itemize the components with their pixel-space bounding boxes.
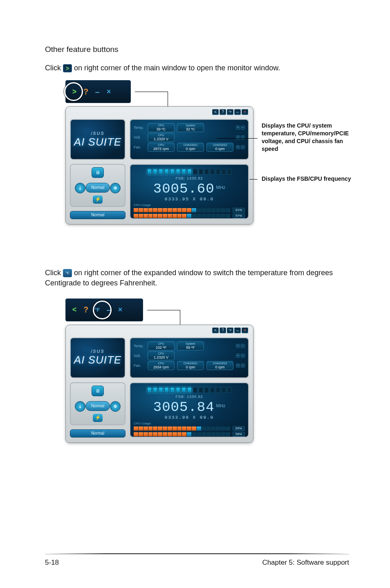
brand-name: AI SUITE (74, 136, 121, 148)
brand-panel: /SUS AI SUITE (70, 119, 126, 160)
close-button[interactable]: × (242, 109, 248, 115)
monitor-panel: Temp. CPU39 ºC System32 ºC +− Volt. CPU1… (130, 119, 249, 160)
plus-button[interactable]: + (236, 354, 240, 358)
close-button[interactable]: × (242, 328, 248, 333)
brand-panel: /SUS AI SUITE (70, 337, 126, 378)
chassis2-fan-pill: CHASSIS20 rpm (206, 143, 233, 152)
ai-suite-window: < ? °F – × /SUS AI SUITE Normal ⚡ Normal (65, 325, 253, 443)
cpu-usage-bar-1 (134, 426, 230, 431)
status-bar: Normal (70, 211, 126, 219)
freq-unit: MHz (216, 180, 226, 194)
brand-logo: /SUS (91, 349, 105, 354)
plus-button[interactable]: + (236, 135, 240, 139)
freq-ticks (147, 387, 232, 393)
cpu-usage-bar-2 (134, 214, 230, 218)
mode-cool-icon[interactable] (110, 183, 121, 193)
cpu-volt-pill: CPU1.2320 V (148, 351, 175, 360)
mode-down-icon[interactable] (75, 183, 85, 193)
row-label-fan: Fan. (134, 364, 145, 368)
fsb-label: FSB: (175, 395, 185, 399)
chassis1-fan-pill: CHASSIS10 rpm (177, 143, 204, 152)
mode-monitor-icon[interactable] (92, 167, 104, 178)
cpu-usage-2-pct: 57% (233, 213, 245, 218)
collapse-button[interactable]: < (212, 109, 219, 115)
mode-panel: Normal ⚡ (70, 382, 126, 425)
callout-freq: Displays the FSB/CPU frequency (262, 175, 352, 183)
mode-down-icon[interactable] (75, 401, 85, 412)
minus-button[interactable]: − (241, 135, 245, 139)
chassis2-fan-pill: CHASSIS20 rpm (206, 361, 233, 370)
unit-toggle-button[interactable]: °F (227, 109, 233, 115)
ai-suite-window: < ? °F – × /SUS AI SUITE Normal (65, 106, 253, 224)
cpu-temp-pill: CPU102 ºF (148, 341, 175, 350)
minus-button[interactable]: − (241, 354, 245, 358)
titlebar-zoom-group: > ? – × (65, 80, 131, 103)
highlight-circle (93, 301, 112, 319)
cpu-usage-label: CPU Usage (134, 422, 151, 425)
fsb-value: 1335.82 (187, 176, 203, 180)
unit-toggle-icon (63, 269, 72, 277)
titlebar-zoom-group: < ? °F – × (65, 298, 143, 321)
text: Click (45, 269, 63, 277)
section-heading: Other feature buttons (45, 45, 349, 54)
mode-power-icon[interactable]: ⚡ (93, 414, 103, 422)
mode-cool-icon[interactable] (110, 401, 121, 412)
mode-power-icon[interactable]: ⚡ (93, 195, 103, 204)
cpu-freq-value: 3005.84 (153, 400, 215, 414)
collapse-button[interactable]: < (212, 328, 219, 333)
mode-monitor-icon[interactable] (92, 386, 104, 396)
leader-line (135, 92, 168, 92)
system-temp-pill: System32 ºC (177, 123, 204, 132)
expand-arrow-icon (63, 64, 72, 72)
cpu-volt-pill: CPU1.2320 V (148, 133, 175, 142)
cpu-usage-bar-2 (134, 432, 230, 436)
mode-label[interactable]: Normal (85, 183, 110, 193)
row-label-volt: Volt. (134, 135, 145, 139)
text: Click (45, 64, 63, 72)
minimize-button[interactable]: – (234, 109, 241, 115)
row-label-volt: Volt. (134, 354, 145, 358)
multiplier-value: 0333.98 X 09.0 (165, 415, 214, 420)
cpu-temp-pill: CPU39 ºC (148, 123, 175, 132)
callout-monitor: Displays the CPU/ system temperature, CP… (262, 122, 352, 153)
fsb-value: 1335.92 (187, 395, 203, 399)
minus-button[interactable]: − (241, 344, 245, 348)
brand-logo: /SUS (91, 131, 105, 136)
mode-label[interactable]: Normal (85, 401, 110, 411)
unit-toggle-button[interactable]: °F (227, 328, 233, 333)
minus-button[interactable]: − (241, 145, 245, 149)
page-footer: 5-18 Chapter 5: Software support (45, 554, 349, 567)
window-titlebar: < ? °F – × (212, 109, 248, 115)
text: on right corner of the expanded window t… (45, 269, 333, 287)
cpu-fan-pill: CPU2934 rpm (148, 361, 175, 370)
mode-panel: Normal ⚡ (70, 164, 126, 207)
plus-button[interactable]: + (236, 344, 240, 348)
minus-button[interactable]: − (241, 126, 245, 130)
plus-button[interactable]: + (236, 145, 240, 149)
intro-line-1: Click on right corner of the main window… (45, 63, 349, 73)
frequency-panel: FSB: 1335.92 3005.84MHz 0333.98 X 09.0 C… (130, 382, 249, 438)
close-icon: × (116, 305, 125, 314)
help-button[interactable]: ? (220, 109, 226, 115)
help-button[interactable]: ? (220, 328, 226, 333)
highlight-circle (64, 82, 83, 101)
minimize-button[interactable]: – (234, 328, 241, 333)
text: on right corner of the main window to op… (74, 64, 280, 72)
cpu-usage-2-pct: 58% (233, 432, 245, 437)
chassis1-fan-pill: CHASSIS10 rpm (177, 361, 204, 370)
cpu-usage-1-pct: 65% (233, 426, 245, 431)
callout-line (249, 179, 258, 180)
monitor-panel: Temp. CPU102 ºF System89 ºF +− Volt. CPU… (130, 337, 249, 378)
window-titlebar: < ? °F – × (212, 328, 248, 333)
row-label-fan: Fan. (134, 145, 145, 149)
plus-button[interactable]: + (236, 364, 240, 368)
cpu-fan-pill: CPU2872 rpm (148, 143, 175, 152)
plus-button[interactable]: + (236, 126, 240, 130)
freq-ticks (147, 169, 232, 175)
row-label-temp: Temp. (134, 344, 145, 348)
cpu-usage-bar-1 (134, 208, 230, 212)
freq-unit: MHz (216, 399, 226, 413)
minus-button[interactable]: − (241, 364, 245, 368)
multiplier-value: 0333.95 X 09.0 (165, 197, 214, 202)
cpu-usage-1-pct: 61% (233, 208, 245, 213)
